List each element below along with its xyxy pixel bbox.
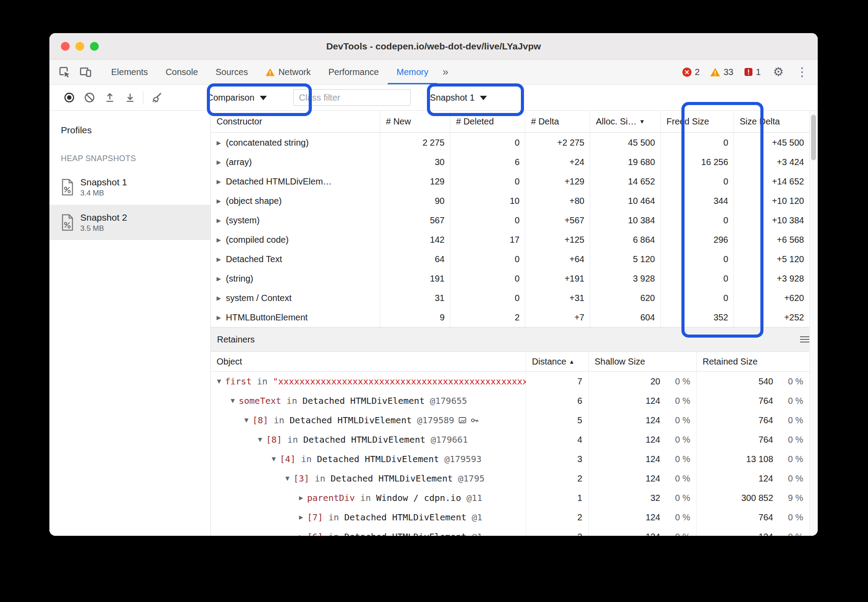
error-count: 2 (695, 67, 700, 77)
expand-icon[interactable]: ▶ (217, 275, 221, 282)
clear-all-button[interactable] (146, 87, 166, 108)
cell-new: 2 275 (380, 133, 450, 152)
column-label: # Deleted (456, 117, 494, 127)
close-button[interactable] (61, 42, 70, 51)
menu-icon[interactable] (800, 336, 810, 343)
save-profile-button[interactable] (120, 87, 140, 108)
heap-column-header[interactable]: Constructor (211, 111, 380, 132)
settings-button[interactable]: ⚙ (773, 66, 784, 78)
scrollbar-thumb[interactable] (811, 115, 816, 160)
class-filter-input[interactable] (293, 89, 411, 106)
retainer-row[interactable]: ▶[6] in Detached HTMLDivElement @121240 … (211, 527, 810, 536)
expand-icon[interactable]: ▶ (217, 217, 221, 224)
retainer-row[interactable]: ▼first in "xxxxxxxxxxxxxxxxxxxxxxxxxxxxx… (211, 372, 810, 391)
key-icon[interactable] (471, 417, 479, 424)
retainer-row[interactable]: ▼someText in Detached HTMLDivElement @17… (211, 391, 810, 410)
retainer-row[interactable]: ▼[8] in Detached HTMLDivElement @1795895… (211, 410, 810, 430)
record-heap-snapshot-button[interactable] (59, 87, 79, 108)
heap-row[interactable]: ▶(compiled code)14217+1256 864296+6 568 (211, 230, 810, 249)
inspect-element-button[interactable] (54, 60, 75, 84)
snapshot-item[interactable]: Snapshot 23.5 MB (49, 205, 210, 240)
cell-new: 30 (380, 152, 450, 172)
heap-column-header[interactable]: # Deleted (450, 111, 525, 132)
expand-icon[interactable]: ▶ (217, 295, 221, 301)
more-tabs-button[interactable]: » (437, 60, 453, 84)
collapse-icon[interactable]: ▼ (244, 417, 248, 423)
tab-memory[interactable]: Memory (388, 60, 437, 84)
column-label: Object (217, 357, 242, 367)
retainer-target: "xxxxxxxxxxxxxxxxxxxxxxxxxxxxxxxxxxxxxxx… (273, 376, 526, 387)
expand-icon[interactable]: ▶ (217, 159, 221, 166)
expand-icon[interactable]: ▶ (217, 198, 221, 204)
clear-profiles-button[interactable] (79, 87, 100, 108)
collapse-icon[interactable]: ▼ (231, 398, 235, 404)
inspect-icon (58, 65, 71, 79)
heap-row[interactable]: ▶(concatenated string)2 2750+2 27545 500… (211, 133, 810, 152)
minimize-button[interactable] (75, 42, 84, 51)
kebab-menu-button[interactable]: ⋮ (796, 66, 808, 78)
tab-performance[interactable]: Performance (320, 60, 388, 84)
expand-icon[interactable]: ▶ (299, 495, 303, 501)
heap-row[interactable]: ▶(string)1910+1913 9280+3 928 (211, 269, 810, 288)
scrollbar[interactable] (809, 111, 818, 536)
retainers-column-header[interactable]: Shallow Size (589, 352, 697, 371)
retainers-column-header[interactable]: Object (211, 352, 526, 371)
base-snapshot-select[interactable]: Snapshot 1 (427, 88, 490, 107)
heap-column-header[interactable]: Alloc. Si…▼ (590, 111, 661, 132)
reveal-icon[interactable] (459, 417, 468, 424)
heap-row[interactable]: ▶(array)306+2419 68016 256+3 424 (211, 152, 810, 172)
expand-icon[interactable]: ▶ (217, 139, 221, 146)
load-profile-button[interactable] (100, 87, 120, 108)
error-status[interactable]: 2 (682, 67, 700, 77)
expand-icon[interactable]: ▶ (217, 178, 221, 185)
issues-icon (744, 68, 753, 76)
retainer-row[interactable]: ▼[3] in Detached HTMLDivElement @1795212… (211, 469, 810, 488)
expand-icon[interactable]: ▶ (299, 514, 303, 520)
shallow-size-cell: 1240 % (589, 449, 697, 469)
heap-table-body: ▶(concatenated string)2 2750+2 27545 500… (211, 133, 810, 327)
retained-percent: 0 % (773, 376, 803, 387)
retainer-address: @179593 (439, 454, 481, 464)
cell-freed-size: 0 (661, 249, 734, 269)
retainers-column-header[interactable]: Distance▲ (526, 352, 589, 371)
tab-console[interactable]: Console (157, 60, 206, 84)
heap-row[interactable]: ▶system / Context310+316200+620 (211, 288, 810, 308)
constructor-cell: ▶Detached Text (211, 249, 380, 269)
issues-status[interactable]: 1 (744, 67, 761, 77)
heap-column-header[interactable]: # Delta (525, 111, 590, 132)
heap-column-header[interactable]: Freed Size (661, 111, 734, 132)
tab-sources[interactable]: Sources (207, 60, 257, 84)
heap-column-header[interactable]: Size Delta (734, 111, 810, 132)
expand-icon[interactable]: ▶ (217, 314, 221, 321)
heap-row[interactable]: ▶HTMLButtonElement92+7604352+252 (211, 308, 810, 327)
retainer-row[interactable]: ▼[4] in Detached HTMLDivElement @1795933… (211, 449, 810, 469)
heap-row[interactable]: ▶Detached HTMLDivElem…1290+12914 6520+14… (211, 172, 810, 191)
zoom-button[interactable] (90, 42, 99, 51)
tab-network[interactable]: Network (257, 60, 319, 84)
retainer-row[interactable]: ▶[7] in Detached HTMLDivElement @121240 … (211, 508, 810, 527)
warning-status[interactable]: 33 (710, 67, 733, 77)
perspective-select[interactable]: Comparison (203, 88, 270, 107)
expand-icon[interactable]: ▶ (217, 256, 221, 263)
heap-row[interactable]: ▶Detached Text640+645 1200+5 120 (211, 249, 810, 269)
retainer-address: @179589 (412, 415, 454, 425)
snapshot-item[interactable]: Snapshot 13.4 MB (49, 169, 210, 205)
expand-icon[interactable]: ▶ (217, 237, 221, 243)
collapse-icon[interactable]: ▼ (217, 378, 221, 384)
retainer-address: @1 (466, 531, 482, 536)
expand-icon[interactable]: ▶ (299, 534, 303, 536)
shallow-value: 124 (646, 454, 660, 464)
retainer-row[interactable]: ▶parentDiv in Window / cdpn.io @111320 %… (211, 488, 810, 508)
device-toolbar-button[interactable] (75, 60, 96, 84)
retainer-row[interactable]: ▼[8] in Detached HTMLDivElement @1796614… (211, 430, 810, 449)
retainers-column-header[interactable]: Retained Size (697, 352, 810, 371)
tab-elements[interactable]: Elements (102, 60, 157, 84)
collapse-icon[interactable]: ▼ (272, 456, 276, 462)
collapse-icon[interactable]: ▼ (258, 436, 262, 443)
heap-row[interactable]: ▶(object shape)9010+8010 464344+10 120 (211, 191, 810, 211)
heap-column-header[interactable]: # New (380, 111, 450, 132)
cell-new: 90 (380, 191, 450, 211)
constructor-cell: ▶(object shape) (211, 191, 380, 211)
collapse-icon[interactable]: ▼ (285, 475, 289, 482)
heap-row[interactable]: ▶(system)5670+56710 3840+10 384 (211, 211, 810, 230)
